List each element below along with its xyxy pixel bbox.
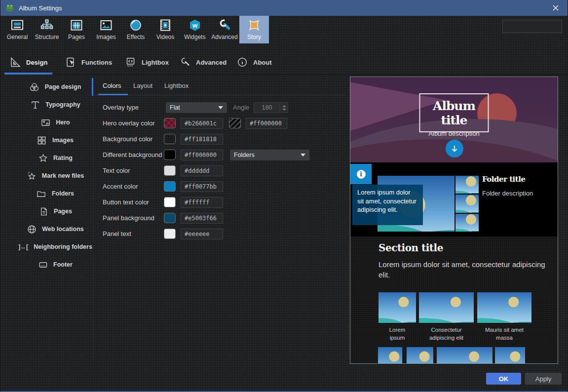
background-hex-field[interactable]: #ff181818	[181, 134, 223, 145]
toolbar-item-advanced[interactable]: Advanced	[210, 16, 239, 43]
spinner-up-icon[interactable]	[282, 105, 286, 107]
panel-text-swatch[interactable]	[164, 229, 176, 239]
hero-overlay-color2-swatch[interactable]	[229, 118, 241, 128]
toolbar-label: Effects	[127, 34, 145, 40]
spinner-down-icon[interactable]	[282, 109, 286, 111]
tab-colors[interactable]: Colors	[103, 82, 121, 89]
toolbar-label: General	[7, 34, 28, 40]
album-settings-window: Album Settings General Structure	[0, 0, 568, 392]
general-monitor-icon	[10, 18, 24, 33]
thumbnail-image[interactable]	[477, 292, 531, 323]
sidebar-item-footer[interactable]: Footer	[0, 256, 93, 274]
pages-grid-icon	[70, 18, 83, 33]
toolbar-item-images[interactable]: Images	[91, 16, 121, 43]
mark-new-files-star-icon	[26, 171, 37, 181]
row-label: Button text color	[103, 197, 149, 208]
tab-advanced[interactable]: Advanced	[179, 52, 227, 72]
apply-button[interactable]: Apply	[525, 373, 562, 385]
sidebar-label: Page design	[45, 83, 81, 90]
sidebar-item-mark-new-files[interactable]: Mark new files	[0, 167, 93, 185]
thumbnail-image[interactable]	[407, 347, 433, 364]
button-text-hex-field[interactable]: #ffffff	[181, 197, 223, 208]
angle-spinner[interactable]: 180	[254, 102, 288, 113]
tab-label: Design	[26, 59, 47, 66]
different-background-hex-field[interactable]: #ff000000	[181, 150, 223, 160]
tab-design[interactable]: Design	[9, 52, 47, 72]
advanced-wrench-outline-icon	[179, 56, 191, 68]
toolbar-item-effects[interactable]: Effects	[121, 16, 151, 43]
tab-layout[interactable]: Layout	[133, 82, 152, 89]
sidebar-item-pages[interactable]: Pages	[0, 202, 93, 220]
toolbar-item-general[interactable]: General	[2, 16, 32, 43]
toolbar-label: Videos	[156, 34, 174, 40]
sidebar-item-web-locations[interactable]: Web locations	[0, 220, 93, 238]
thumbnail-image[interactable]	[379, 292, 416, 323]
overlay-type-dropdown[interactable]: Flat	[166, 102, 227, 113]
advanced-wrench-icon	[218, 18, 231, 33]
sidebar-item-images[interactable]: Images	[0, 131, 93, 149]
thumbnail-image[interactable]	[378, 347, 402, 364]
search-input[interactable]	[503, 20, 568, 33]
toolbar-label: Story	[247, 34, 261, 40]
sidebar-item-hero[interactable]: Hero	[0, 114, 93, 131]
thumbnail-image[interactable]	[419, 292, 474, 323]
tab-lightbox[interactable]: Lightbox	[125, 52, 169, 72]
section-tab-bar: Design Functions Lightbox Advanced About	[0, 49, 568, 75]
folder-thumb-stack	[455, 176, 479, 232]
tab-label: Lightbox	[142, 59, 169, 66]
typography-icon	[30, 100, 40, 110]
sidebar-item-page-design[interactable]: Page design	[0, 78, 93, 96]
tab-lightbox-sub[interactable]: Lightbox	[164, 82, 189, 89]
panel-text-hex-field[interactable]: #eeeeee	[181, 229, 223, 239]
sidebar-label: Hero	[56, 119, 70, 126]
accent-color-swatch[interactable]	[164, 181, 176, 192]
toolbar-item-widgets[interactable]: w Widgets	[180, 16, 210, 43]
ok-button[interactable]: OK	[486, 373, 521, 385]
sidebar: Page design Typography Hero Images	[0, 75, 93, 364]
chevron-down-icon	[301, 154, 305, 157]
active-tab-underline	[4, 73, 52, 75]
panel-background-hex-field[interactable]: #e5003f66	[181, 213, 223, 224]
folder-stack-thumb[interactable]	[455, 195, 479, 212]
toolbar-item-videos[interactable]: Videos	[151, 16, 180, 43]
tab-label: Functions	[81, 59, 112, 66]
folder-info-button[interactable]: i	[350, 164, 372, 184]
tab-functions[interactable]: Functions	[65, 52, 112, 72]
toolbar-label: Widgets	[184, 34, 205, 40]
album-title: Album title	[420, 99, 488, 127]
panel-background-swatch[interactable]	[164, 213, 176, 223]
tab-about[interactable]: About	[236, 52, 272, 72]
folder-stack-thumb[interactable]	[455, 176, 479, 194]
folder-stack-thumb[interactable]	[455, 214, 479, 232]
design-setsquare-icon	[9, 56, 21, 68]
sidebar-label: Images	[52, 137, 74, 144]
sidebar-item-folders[interactable]: Folders	[0, 185, 93, 202]
different-background-value: Folders	[234, 152, 255, 158]
accent-color-hex-field[interactable]: #ff0077bb	[181, 181, 223, 192]
hero-overlay-hex-field[interactable]: #b266001c	[181, 118, 223, 129]
lightbox-brackets-icon	[125, 56, 137, 68]
angle-value: 180	[254, 104, 280, 111]
scroll-down-button[interactable]	[446, 140, 463, 157]
thumbnail-image[interactable]	[437, 347, 492, 364]
hero-overlay-hex2-field[interactable]: #ff000000	[246, 118, 287, 129]
hero-overlay-color-swatch[interactable]	[164, 118, 176, 128]
different-background-swatch[interactable]	[164, 150, 176, 160]
sidebar-item-neighboring-folders[interactable]: ]↔[ Neighboring folders	[0, 238, 93, 256]
spinner-buttons[interactable]	[280, 103, 288, 113]
button-text-color-swatch[interactable]	[164, 197, 176, 207]
toolbar-item-story[interactable]: Story	[239, 16, 269, 43]
neighboring-folders-icon: ]↔[	[18, 243, 29, 250]
different-background-dropdown[interactable]: Folders	[230, 150, 309, 160]
background-color-swatch[interactable]	[164, 134, 176, 144]
toolbar-item-structure[interactable]: Structure	[32, 16, 62, 43]
close-icon[interactable]	[549, 2, 563, 14]
text-color-hex-field[interactable]: #dddddd	[181, 165, 223, 176]
toolbar-label: Advanced	[211, 34, 237, 40]
text-color-swatch[interactable]	[164, 165, 176, 176]
sidebar-item-rating[interactable]: Rating	[0, 149, 93, 167]
thumbnail-image[interactable]	[495, 347, 525, 364]
toolbar-item-pages[interactable]: Pages	[62, 16, 91, 43]
sidebar-item-typography[interactable]: Typography	[0, 96, 93, 114]
panel-background-row: Panel background #e5003f66	[93, 213, 350, 224]
